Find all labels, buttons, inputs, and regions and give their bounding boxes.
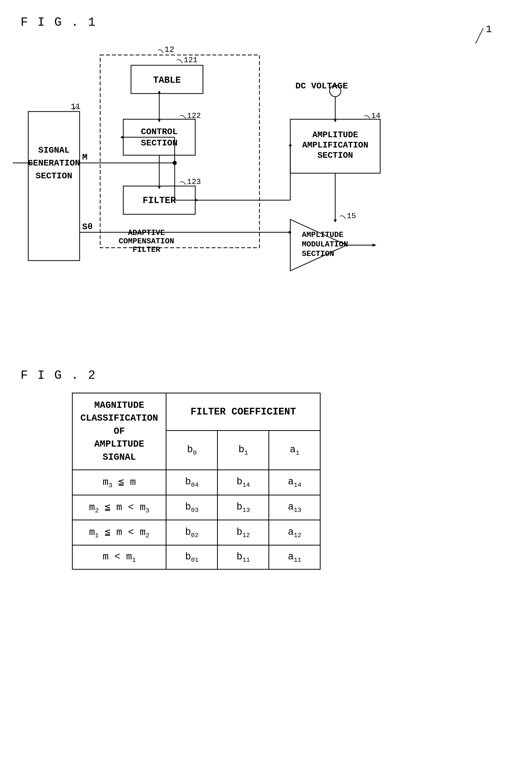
- row2-a1: a13: [269, 495, 320, 520]
- svg-text:11: 11: [71, 102, 80, 111]
- svg-text:AMPLIFICATION: AMPLIFICATION: [302, 140, 368, 150]
- table-row: m < m1 b01 b11 a11: [72, 545, 320, 570]
- row1-b1: b14: [218, 470, 269, 495]
- row2-b0: b03: [166, 495, 218, 520]
- fig2-section: F I G . 2 MAGNITUDECLASSIFICATION OFAMPL…: [21, 368, 511, 570]
- row3-magnitude: m1 ≦ m < m2: [72, 520, 166, 545]
- row1-b0: b04: [166, 470, 218, 495]
- row2-magnitude: m2 ≦ m < m3: [72, 495, 166, 520]
- svg-text:FILTER: FILTER: [143, 195, 176, 206]
- svg-text:SECTION: SECTION: [318, 151, 353, 160]
- svg-text:CONTROL: CONTROL: [141, 127, 178, 137]
- row3-b1: b12: [218, 520, 269, 545]
- svg-text:123: 123: [187, 177, 201, 186]
- table-header-magnitude: MAGNITUDECLASSIFICATION OFAMPLITUDE SIGN…: [72, 393, 166, 470]
- row4-a1: a11: [269, 545, 320, 570]
- fig2-label: F I G . 2: [21, 368, 511, 382]
- svg-text:SIGNAL: SIGNAL: [38, 145, 70, 155]
- svg-text:SECTION: SECTION: [36, 171, 72, 181]
- fig2-table: MAGNITUDECLASSIFICATION OFAMPLITUDE SIGN…: [72, 393, 321, 570]
- fig1-label: F I G . 1: [21, 15, 511, 29]
- row2-b1: b13: [218, 495, 269, 520]
- table-col-a1: a1: [269, 431, 320, 470]
- diagram-svg: SIGNAL GENERATION SECTION 11 12 TABLE 12…: [21, 40, 509, 348]
- svg-text:DC VOLTAGE: DC VOLTAGE: [295, 81, 348, 91]
- svg-text:M: M: [82, 152, 87, 162]
- diagram-fig1: SIGNAL GENERATION SECTION 11 12 TABLE 12…: [21, 40, 509, 348]
- table-header-filter: FILTER COEFFICIENT: [166, 393, 320, 431]
- svg-text:ADAPTIVE: ADAPTIVE: [128, 228, 165, 237]
- svg-text:1: 1: [486, 26, 492, 35]
- svg-text:14: 14: [371, 111, 380, 120]
- svg-text:SECTION: SECTION: [141, 138, 178, 148]
- svg-text:AMPLITUDE: AMPLITUDE: [302, 230, 343, 239]
- svg-text:15: 15: [347, 212, 356, 220]
- table-row: m1 ≦ m < m2 b02 b12 a12: [72, 520, 320, 545]
- svg-text:Sθ: Sθ: [82, 222, 93, 232]
- svg-text:121: 121: [184, 56, 198, 64]
- svg-text:MODULATION: MODULATION: [302, 240, 348, 249]
- row4-b1: b11: [218, 545, 269, 570]
- svg-text:SECTION: SECTION: [302, 249, 334, 258]
- table-col-b0: b0: [166, 431, 218, 470]
- svg-text:122: 122: [187, 111, 201, 120]
- svg-text:FILTER: FILTER: [133, 245, 160, 254]
- row3-a1: a12: [269, 520, 320, 545]
- svg-text:COMPENSATION: COMPENSATION: [119, 237, 174, 246]
- table-row: m2 ≦ m < m3 b03 b13 a13: [72, 495, 320, 520]
- table-row: m3 ≦ m b04 b14 a14: [72, 470, 320, 495]
- row1-magnitude: m3 ≦ m: [72, 470, 166, 495]
- svg-text:GENERATION: GENERATION: [28, 158, 80, 168]
- row4-b0: b01: [166, 545, 218, 570]
- svg-text:AMPLITUDE: AMPLITUDE: [312, 130, 358, 140]
- table-col-b1: b1: [218, 431, 269, 470]
- row1-a1: a14: [269, 470, 320, 495]
- row3-b0: b02: [166, 520, 218, 545]
- svg-marker-56: [334, 219, 337, 222]
- svg-text:TABLE: TABLE: [153, 75, 181, 86]
- row4-magnitude: m < m1: [72, 545, 166, 570]
- svg-text:12: 12: [164, 45, 174, 54]
- svg-marker-61: [372, 243, 376, 247]
- svg-rect-2: [28, 111, 80, 260]
